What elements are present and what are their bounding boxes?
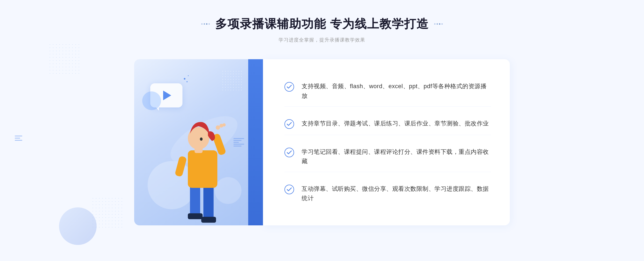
- feature-item-3: 学习笔记回看、课程提问、课程评论打分、课件资料下载，重点内容收藏: [284, 141, 491, 172]
- svg-point-16: [285, 148, 294, 157]
- blue-side-bar: [248, 59, 263, 225]
- check-icon-1: [284, 82, 294, 92]
- title-deco-right: [434, 23, 443, 25]
- content-area: 支持视频、音频、flash、word、excel、ppt、pdf等各种格式的资源…: [134, 59, 510, 225]
- page-container: 多项录播课辅助功能 专为线上教学打造 学习进度全掌握，提升录播课教学效果: [0, 0, 644, 261]
- svg-rect-3: [188, 213, 203, 219]
- feature-item-4: 互动弹幕、试听购买、微信分享、观看次数限制、学习进度跟踪、数据统计: [284, 178, 491, 209]
- svg-rect-4: [201, 217, 216, 223]
- sparkle-1: [184, 78, 185, 80]
- sparkle-2: [186, 81, 188, 82]
- svg-point-10: [200, 137, 203, 141]
- svg-point-11: [216, 125, 220, 130]
- title-deco-left: [201, 23, 210, 25]
- sparkle-3: [188, 75, 189, 76]
- left-stripe-decoration: [15, 136, 22, 141]
- features-panel: 支持视频、音频、flash、word、excel、ppt、pdf等各种格式的资源…: [263, 59, 510, 225]
- feature-item-2: 支持章节目录、弹题考试、课后练习、课后作业、章节测验、批改作业: [284, 113, 491, 135]
- bottom-circle-decoration: [59, 207, 97, 245]
- character-illustration: [150, 86, 241, 225]
- header-section: 多项录播课辅助功能 专为线上教学打造 学习进度全掌握，提升录播课教学效果: [201, 16, 443, 43]
- title-row: 多项录播课辅助功能 专为线上教学打造: [201, 16, 443, 32]
- page-subtitle: 学习进度全掌握，提升录播课教学效果: [201, 37, 443, 43]
- illustration-panel: [134, 59, 263, 225]
- check-icon-2: [284, 119, 294, 129]
- svg-rect-2: [203, 182, 214, 220]
- feature-text-2: 支持章节目录、弹题考试、课后练习、课后作业、章节测验、批改作业: [302, 119, 489, 128]
- main-title: 多项录播课辅助功能 专为线上教学打造: [215, 16, 429, 32]
- svg-point-17: [285, 185, 294, 194]
- feature-text-3: 学习笔记回看、课程提问、课程评论打分、课件资料下载，重点内容收藏: [302, 147, 491, 166]
- svg-point-13: [222, 123, 226, 126]
- svg-point-14: [285, 82, 294, 91]
- check-icon-3: [284, 148, 294, 157]
- feature-text-4: 互动弹幕、试听购买、微信分享、观看次数限制、学习进度跟踪、数据统计: [302, 184, 491, 203]
- svg-point-15: [285, 120, 294, 129]
- check-icon-4: [284, 185, 294, 194]
- dot-pattern-decoration-1: [48, 43, 80, 75]
- svg-rect-5: [188, 150, 217, 188]
- feature-text-1: 支持视频、音频、flash、word、excel、ppt、pdf等各种格式的资源…: [302, 81, 491, 100]
- feature-item-1: 支持视频、音频、flash、word、excel、ppt、pdf等各种格式的资源…: [284, 76, 491, 106]
